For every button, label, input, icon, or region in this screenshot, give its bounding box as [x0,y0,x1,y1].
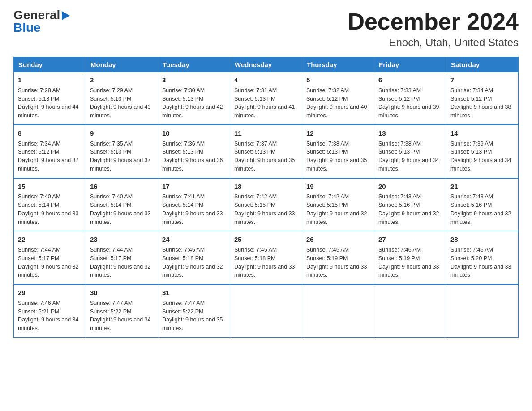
day-info: Sunrise: 7:37 AMSunset: 5:13 PMDaylight:… [234,140,298,173]
calendar-header-row: Sunday Monday Tuesday Wednesday Thursday… [14,57,519,73]
day-info: Sunrise: 7:43 AMSunset: 5:16 PMDaylight:… [378,193,442,226]
calendar-week-row: 22Sunrise: 7:44 AMSunset: 5:17 PMDayligh… [14,231,519,284]
logo-blue-text: Blue [13,21,41,34]
day-number: 2 [90,75,154,85]
day-number: 5 [306,75,370,85]
calendar-title: December 2024 [348,9,519,34]
day-number: 29 [18,288,82,298]
day-number: 9 [90,128,154,138]
svg-marker-0 [62,11,70,20]
calendar-title-section: December 2024 Enoch, Utah, United States [348,9,519,49]
day-info: Sunrise: 7:45 AMSunset: 5:18 PMDaylight:… [234,246,298,279]
day-info: Sunrise: 7:44 AMSunset: 5:17 PMDaylight:… [18,246,82,279]
calendar-day-cell: 9Sunrise: 7:35 AMSunset: 5:13 PMDaylight… [86,125,158,178]
calendar-day-cell: 11Sunrise: 7:37 AMSunset: 5:13 PMDayligh… [230,125,302,178]
calendar-week-row: 15Sunrise: 7:40 AMSunset: 5:14 PMDayligh… [14,178,519,231]
day-info: Sunrise: 7:40 AMSunset: 5:14 PMDaylight:… [90,193,154,226]
day-number: 21 [450,182,514,192]
calendar-day-cell [230,284,302,337]
day-info: Sunrise: 7:42 AMSunset: 5:15 PMDaylight:… [234,193,298,226]
col-thursday: Thursday [302,57,374,73]
day-number: 8 [18,128,82,138]
day-number: 11 [234,128,298,138]
day-number: 10 [162,128,226,138]
day-number: 27 [378,235,442,244]
day-info: Sunrise: 7:29 AMSunset: 5:13 PMDaylight:… [90,86,154,120]
calendar-day-cell: 27Sunrise: 7:46 AMSunset: 5:19 PMDayligh… [374,231,446,284]
day-info: Sunrise: 7:36 AMSunset: 5:13 PMDaylight:… [162,140,226,173]
day-info: Sunrise: 7:31 AMSunset: 5:13 PMDaylight:… [234,86,298,120]
day-info: Sunrise: 7:47 AMSunset: 5:22 PMDaylight:… [90,299,154,333]
day-info: Sunrise: 7:46 AMSunset: 5:21 PMDaylight:… [18,299,82,333]
day-info: Sunrise: 7:30 AMSunset: 5:13 PMDaylight:… [162,86,226,120]
calendar-day-cell: 10Sunrise: 7:36 AMSunset: 5:13 PMDayligh… [158,125,230,178]
day-number: 26 [306,235,370,244]
col-monday: Monday [86,57,158,73]
day-number: 1 [18,75,82,85]
calendar-week-row: 29Sunrise: 7:46 AMSunset: 5:21 PMDayligh… [14,284,519,337]
calendar-day-cell: 15Sunrise: 7:40 AMSunset: 5:14 PMDayligh… [14,178,86,231]
calendar-day-cell [446,284,519,337]
day-info: Sunrise: 7:33 AMSunset: 5:12 PMDaylight:… [378,86,442,120]
day-number: 13 [378,128,442,138]
day-number: 23 [90,235,154,244]
logo-arrow-icon [62,11,70,21]
calendar-table: Sunday Monday Tuesday Wednesday Thursday… [13,57,519,338]
calendar-day-cell: 16Sunrise: 7:40 AMSunset: 5:14 PMDayligh… [86,178,158,231]
day-info: Sunrise: 7:35 AMSunset: 5:13 PMDaylight:… [90,140,154,173]
day-info: Sunrise: 7:34 AMSunset: 5:12 PMDaylight:… [18,140,82,173]
day-info: Sunrise: 7:45 AMSunset: 5:18 PMDaylight:… [162,246,226,279]
day-info: Sunrise: 7:46 AMSunset: 5:20 PMDaylight:… [450,246,514,279]
calendar-day-cell: 2Sunrise: 7:29 AMSunset: 5:13 PMDaylight… [86,72,158,125]
day-number: 22 [18,235,82,244]
calendar-day-cell: 13Sunrise: 7:38 AMSunset: 5:13 PMDayligh… [374,125,446,178]
calendar-day-cell [302,284,374,337]
day-number: 25 [234,235,298,244]
day-number: 28 [450,235,514,244]
day-number: 30 [90,288,154,298]
day-info: Sunrise: 7:46 AMSunset: 5:19 PMDaylight:… [378,246,442,279]
calendar-day-cell: 25Sunrise: 7:45 AMSunset: 5:18 PMDayligh… [230,231,302,284]
day-info: Sunrise: 7:39 AMSunset: 5:13 PMDaylight:… [450,140,514,173]
day-info: Sunrise: 7:41 AMSunset: 5:14 PMDaylight:… [162,193,226,226]
day-number: 17 [162,182,226,192]
col-sunday: Sunday [14,57,86,73]
col-friday: Friday [374,57,446,73]
day-number: 3 [162,75,226,85]
calendar-subtitle: Enoch, Utah, United States [348,36,519,49]
calendar-day-cell: 7Sunrise: 7:34 AMSunset: 5:12 PMDaylight… [446,72,519,125]
calendar-day-cell: 6Sunrise: 7:33 AMSunset: 5:12 PMDaylight… [374,72,446,125]
day-info: Sunrise: 7:40 AMSunset: 5:14 PMDaylight:… [18,193,82,226]
col-tuesday: Tuesday [158,57,230,73]
calendar-day-cell: 28Sunrise: 7:46 AMSunset: 5:20 PMDayligh… [446,231,519,284]
calendar-week-row: 1Sunrise: 7:28 AMSunset: 5:13 PMDaylight… [14,72,519,125]
calendar-day-cell: 14Sunrise: 7:39 AMSunset: 5:13 PMDayligh… [446,125,519,178]
day-number: 19 [306,182,370,192]
day-number: 31 [162,288,226,298]
day-number: 24 [162,235,226,244]
day-info: Sunrise: 7:43 AMSunset: 5:16 PMDaylight:… [450,193,514,226]
calendar-day-cell: 31Sunrise: 7:47 AMSunset: 5:22 PMDayligh… [158,284,230,337]
calendar-day-cell: 30Sunrise: 7:47 AMSunset: 5:22 PMDayligh… [86,284,158,337]
day-info: Sunrise: 7:32 AMSunset: 5:12 PMDaylight:… [306,86,370,120]
day-info: Sunrise: 7:38 AMSunset: 5:13 PMDaylight:… [306,140,370,173]
day-number: 18 [234,182,298,192]
day-info: Sunrise: 7:28 AMSunset: 5:13 PMDaylight:… [18,86,82,120]
day-number: 12 [306,128,370,138]
logo: General Blue [13,9,70,34]
calendar-day-cell: 3Sunrise: 7:30 AMSunset: 5:13 PMDaylight… [158,72,230,125]
calendar-day-cell: 18Sunrise: 7:42 AMSunset: 5:15 PMDayligh… [230,178,302,231]
day-number: 16 [90,182,154,192]
calendar-day-cell: 23Sunrise: 7:44 AMSunset: 5:17 PMDayligh… [86,231,158,284]
calendar-day-cell: 21Sunrise: 7:43 AMSunset: 5:16 PMDayligh… [446,178,519,231]
calendar-day-cell: 20Sunrise: 7:43 AMSunset: 5:16 PMDayligh… [374,178,446,231]
day-number: 4 [234,75,298,85]
day-info: Sunrise: 7:42 AMSunset: 5:15 PMDaylight:… [306,193,370,226]
day-number: 20 [378,182,442,192]
calendar-day-cell: 5Sunrise: 7:32 AMSunset: 5:12 PMDaylight… [302,72,374,125]
calendar-day-cell: 17Sunrise: 7:41 AMSunset: 5:14 PMDayligh… [158,178,230,231]
day-info: Sunrise: 7:34 AMSunset: 5:12 PMDaylight:… [450,86,514,120]
day-number: 15 [18,182,82,192]
day-info: Sunrise: 7:44 AMSunset: 5:17 PMDaylight:… [90,246,154,279]
calendar-day-cell: 29Sunrise: 7:46 AMSunset: 5:21 PMDayligh… [14,284,86,337]
